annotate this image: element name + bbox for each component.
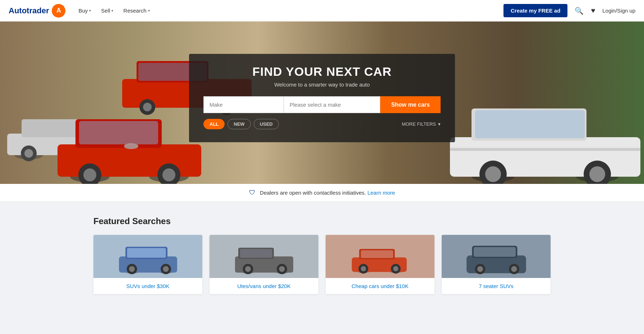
card-image-ute [210,235,318,278]
svg-point-59 [361,266,366,271]
svg-point-31 [485,166,501,182]
shield-icon: 🛡 [249,189,256,196]
filter-row: ALL NEW USED MORE FILTERS ▾ [203,119,441,129]
svg-point-61 [393,266,398,271]
hero-title: FIND YOUR NEXT CAR [203,65,441,79]
hero-overlay: FIND YOUR NEXT CAR Welcome to a smarter … [189,54,455,142]
card-cheap[interactable]: Cheap cars under $10K [326,235,434,294]
logo-text: Autotrader [9,6,49,15]
main-nav: Buy ▾ Sell ▾ Research ▾ [78,8,150,14]
cards-row: SUVs under $30K Utes/vans under $20K [93,235,551,294]
svg-point-17 [124,143,138,149]
hero-section: FIND YOUR NEXT CAR Welcome to a smarter … [0,22,644,184]
svg-point-50 [245,266,250,272]
model-input[interactable] [284,96,380,113]
section-title: Featured Searches [93,216,551,226]
header-right: Create my FREE ad 🔍 ♥ Login/Sign up [503,4,635,17]
login-link[interactable]: Login/Sign up [602,8,635,14]
svg-point-43 [163,266,169,272]
hero-subtitle: Welcome to a smarter way to trade auto [203,82,441,88]
card-7seat[interactable]: 7 seater SUVs [442,235,551,294]
svg-rect-27 [450,137,640,177]
svg-point-70 [511,266,517,272]
card-image-7seat [442,235,551,278]
chevron-down-icon: ▾ [438,121,441,127]
card-label-7seat: 7 seater SUVs [442,278,551,294]
more-filters-button[interactable]: MORE FILTERS ▾ [402,121,441,127]
chevron-down-icon: ▾ [111,9,113,13]
svg-rect-12 [79,121,158,144]
svg-rect-57 [361,250,393,258]
svg-rect-29 [475,110,585,138]
svg-rect-48 [240,249,272,258]
card-image-cheap [326,235,434,278]
card-ute[interactable]: Utes/vans under $20K [210,235,318,294]
search-icon[interactable]: 🔍 [575,6,584,15]
search-row: Show me cars [203,96,441,113]
learn-more-link[interactable]: Learn more [367,190,395,196]
make-input[interactable] [203,96,284,113]
nav-research[interactable]: Research ▾ [123,8,150,14]
featured-section: Featured Searches SUVs under $30K [0,202,644,309]
chevron-down-icon: ▾ [148,9,150,13]
show-cars-button[interactable]: Show me cars [380,96,441,113]
filter-pills: ALL NEW USED [203,119,279,129]
svg-rect-66 [474,247,516,257]
card-image-suv [93,235,202,278]
card-label-cheap: Cheap cars under $10K [326,278,434,294]
notice-text: Dealers are open with contactless initia… [260,190,366,196]
svg-point-33 [589,166,605,182]
svg-rect-34 [450,148,640,151]
filter-all[interactable]: ALL [203,119,225,129]
svg-point-22 [143,103,152,111]
notice-bar: 🛡 Dealers are open with contactless init… [0,184,644,202]
svg-rect-39 [127,248,166,258]
svg-point-52 [279,266,285,272]
nav-buy[interactable]: Buy ▾ [78,8,91,14]
svg-point-68 [477,266,483,272]
svg-point-41 [129,266,134,272]
logo-area[interactable]: Autotrader A [9,4,65,18]
favorites-icon[interactable]: ♥ [591,6,595,15]
chevron-down-icon: ▾ [89,9,91,13]
nav-sell[interactable]: Sell ▾ [101,8,113,14]
create-ad-button[interactable]: Create my FREE ad [503,4,567,17]
svg-point-5 [24,149,33,158]
logo-icon: A [52,4,65,18]
card-suv[interactable]: SUVs under $30K [93,235,202,294]
svg-point-16 [162,168,175,181]
svg-point-14 [83,168,96,181]
card-label-suv: SUVs under $30K [93,278,202,294]
header: Autotrader A Buy ▾ Sell ▾ Research ▾ Cre… [0,0,644,22]
card-label-ute: Utes/vans under $20K [210,278,318,294]
filter-new[interactable]: NEW [227,119,250,129]
filter-used[interactable]: USED [254,119,279,129]
